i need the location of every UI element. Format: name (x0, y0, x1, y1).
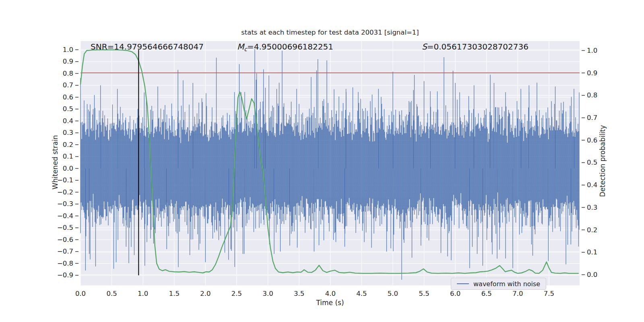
x-tick-label: 4.0 (325, 290, 336, 297)
x-tick-label: 3.0 (262, 290, 273, 297)
x-tick-label: 4.5 (356, 290, 367, 297)
x-tick-label: 5.0 (388, 290, 398, 297)
x-tick-label: 3.5 (294, 290, 304, 297)
y-tick-label-right: 0.9 (587, 69, 597, 77)
x-tick-label: 1.0 (138, 290, 148, 297)
annotation-snr-value: =14.979564666748047 (107, 42, 204, 52)
x-tick-label: 7.5 (544, 290, 554, 297)
x-tick-label: 1.5 (169, 290, 180, 297)
y-tick-label-left: −0.2 (57, 188, 73, 196)
legend-label: waveform with noise (473, 280, 540, 288)
y-tick-label-left: −0.8 (57, 260, 73, 267)
y-tick-label-left: −0.9 (57, 271, 73, 279)
y-tick-label-left: 0.2 (63, 141, 73, 149)
y-tick-label-right: 0.1 (587, 248, 597, 256)
annotation-s: S=0.05617303028702736 (422, 42, 528, 52)
annotation-snr-lead: SNR (91, 42, 107, 52)
y-tick-label-left: 0.9 (63, 58, 73, 65)
annotation-s-lead: S (422, 42, 427, 52)
annotation-mc-value: =4.95000696182251 (247, 42, 333, 52)
y-tick-label-left: −0.6 (57, 236, 73, 244)
y-tick-label-left: 0.0 (63, 165, 73, 172)
y-tick-label-left: 0.1 (63, 153, 73, 160)
y-tick-label-left: −0.1 (57, 176, 73, 184)
y-tick-label-left: 0.7 (63, 81, 73, 89)
x-tick-label: 7.0 (512, 290, 523, 297)
annotation-chirp-mass: Mc=4.95000696182251 (237, 42, 333, 52)
figure: 1.00.90.80.70.60.50.40.30.20.10.0−0.1−0.… (0, 0, 644, 322)
y-tick-label-left: 0.6 (63, 93, 73, 101)
y-tick-label-left: 1.0 (63, 46, 73, 54)
y-tick-label-left: 0.5 (63, 105, 73, 113)
y-tick-label-right: 0.4 (587, 181, 597, 189)
y-axis-label-right: Detection probability (599, 125, 607, 197)
y-tick-label-left: −0.7 (57, 248, 73, 255)
legend-line-swatch (457, 283, 469, 284)
annotation-mc-sub: c (244, 46, 247, 52)
y-tick-label-right: 1.0 (587, 47, 597, 54)
x-tick-label: 0.5 (106, 290, 117, 297)
y-tick-label-right: 0.7 (587, 114, 597, 122)
x-tick-label: 2.0 (200, 290, 211, 297)
annotation-mc-lead: M (237, 42, 244, 52)
y-tick-label-left: −0.4 (57, 212, 73, 220)
y-tick-label-right: 0.5 (587, 159, 597, 166)
y-tick-label-right: 0.8 (587, 91, 597, 99)
x-axis-label: Time (s) (80, 299, 580, 307)
x-tick-label: 6.0 (450, 290, 460, 297)
y-tick-label-left: −0.5 (57, 224, 73, 231)
annotation-s-value: =0.05617303028702736 (427, 42, 528, 52)
x-tick-label: 6.5 (481, 290, 492, 297)
y-tick-label-left: 0.8 (63, 70, 73, 77)
x-tick-label: 0.0 (75, 290, 86, 297)
y-tick-label-right: 0.6 (587, 136, 597, 144)
y-tick-label-left: −0.3 (57, 200, 73, 208)
x-tick-label: 2.5 (231, 290, 242, 297)
legend: waveform with noise (451, 278, 546, 290)
y-tick-label-right: 0.0 (587, 271, 597, 279)
annotation-snr: SNR=14.979564666748047 (91, 42, 204, 52)
y-axis-label-left: Whitened strain (51, 135, 59, 189)
y-tick-label-right: 0.2 (587, 226, 597, 234)
chart-title: stats at each timestep for test data 200… (80, 29, 580, 36)
y-tick-label-left: 0.4 (63, 117, 73, 125)
y-tick-label-left: 0.3 (63, 129, 73, 136)
y-tick-label-right: 0.3 (587, 204, 597, 211)
x-tick-label: 5.5 (419, 290, 429, 297)
